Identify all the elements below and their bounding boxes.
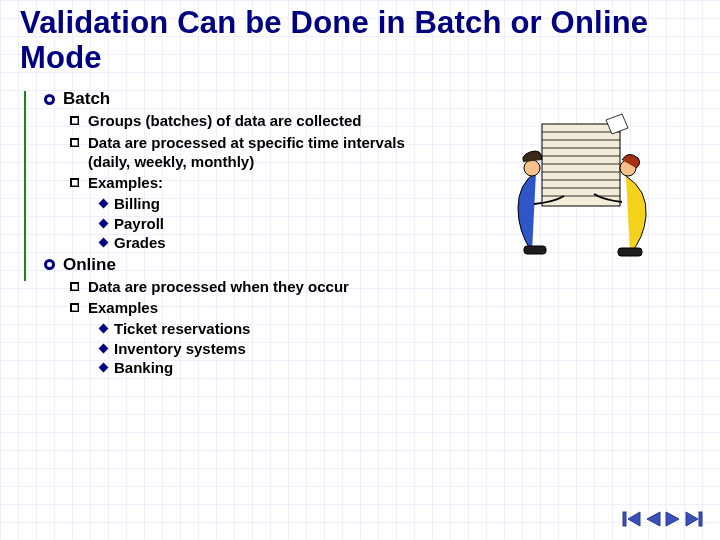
- diamond-bullet-icon: [99, 199, 109, 209]
- section-heading-label: Batch: [63, 89, 110, 109]
- slide-title: Validation Can be Done in Batch or Onlin…: [20, 6, 702, 75]
- section-heading-label: Online: [63, 255, 116, 275]
- list-item-text: Banking: [114, 358, 173, 378]
- svg-point-10: [524, 160, 540, 176]
- online-examples: Ticket reservations Inventory systems Ba…: [88, 319, 250, 378]
- list-item-body: Examples Ticket reservations Inventory s…: [88, 298, 250, 378]
- square-bullet-icon: [70, 178, 79, 187]
- svg-rect-19: [699, 512, 702, 526]
- square-bullet-icon: [70, 282, 79, 291]
- batch-examples: Billing Payroll Grades: [88, 194, 166, 253]
- list-item-text: Payroll: [114, 214, 164, 234]
- square-bullet-icon: [70, 116, 79, 125]
- section-heading-batch: Batch: [44, 89, 702, 109]
- list-item: Groups (batches) of data are collected: [70, 111, 430, 130]
- list-item-text: Grades: [114, 233, 166, 253]
- circle-bullet-icon: [44, 259, 55, 270]
- list-item-text: Data are processed when they occur: [88, 277, 349, 296]
- list-item: Inventory systems: [100, 339, 250, 359]
- online-list: Data are processed when they occur Examp…: [70, 277, 430, 378]
- first-slide-button[interactable]: [622, 510, 642, 528]
- list-item-text: Examples: [88, 299, 158, 316]
- list-item: Data are processed at specific time inte…: [70, 133, 430, 171]
- diamond-bullet-icon: [99, 238, 109, 248]
- diamond-bullet-icon: [99, 343, 109, 353]
- prev-slide-button[interactable]: [644, 510, 662, 528]
- diamond-bullet-icon: [99, 363, 109, 373]
- diamond-bullet-icon: [99, 324, 109, 334]
- diamond-bullet-icon: [99, 218, 109, 228]
- svg-marker-18: [686, 512, 698, 526]
- list-item-text: Data are processed at specific time inte…: [88, 133, 430, 171]
- square-bullet-icon: [70, 138, 79, 147]
- svg-rect-11: [524, 246, 546, 254]
- list-item-text: Billing: [114, 194, 160, 214]
- svg-rect-14: [623, 512, 626, 526]
- list-item: Examples: Billing Payroll Grades: [70, 173, 430, 253]
- list-item: Grades: [100, 233, 166, 253]
- list-item: Banking: [100, 358, 250, 378]
- batch-list: Groups (batches) of data are collected D…: [70, 111, 430, 252]
- slide-nav: [622, 510, 704, 528]
- list-item-text: Groups (batches) of data are collected: [88, 111, 361, 130]
- list-item: Examples Ticket reservations Inventory s…: [70, 298, 430, 378]
- list-item-text: Ticket reservations: [114, 319, 250, 339]
- last-slide-button[interactable]: [684, 510, 704, 528]
- list-item: Data are processed when they occur: [70, 277, 430, 296]
- list-item-text: Inventory systems: [114, 339, 246, 359]
- square-bullet-icon: [70, 303, 79, 312]
- list-item: Payroll: [100, 214, 166, 234]
- list-item-text: Examples:: [88, 174, 163, 191]
- svg-marker-17: [666, 512, 679, 526]
- svg-marker-15: [628, 512, 640, 526]
- circle-bullet-icon: [44, 94, 55, 105]
- next-slide-button[interactable]: [664, 510, 682, 528]
- list-item: Billing: [100, 194, 166, 214]
- list-item-body: Examples: Billing Payroll Grades: [88, 173, 166, 253]
- svg-marker-16: [647, 512, 660, 526]
- svg-rect-0: [542, 124, 620, 206]
- svg-rect-13: [618, 248, 642, 256]
- illustration-papers-stack: [494, 112, 664, 268]
- list-item: Ticket reservations: [100, 319, 250, 339]
